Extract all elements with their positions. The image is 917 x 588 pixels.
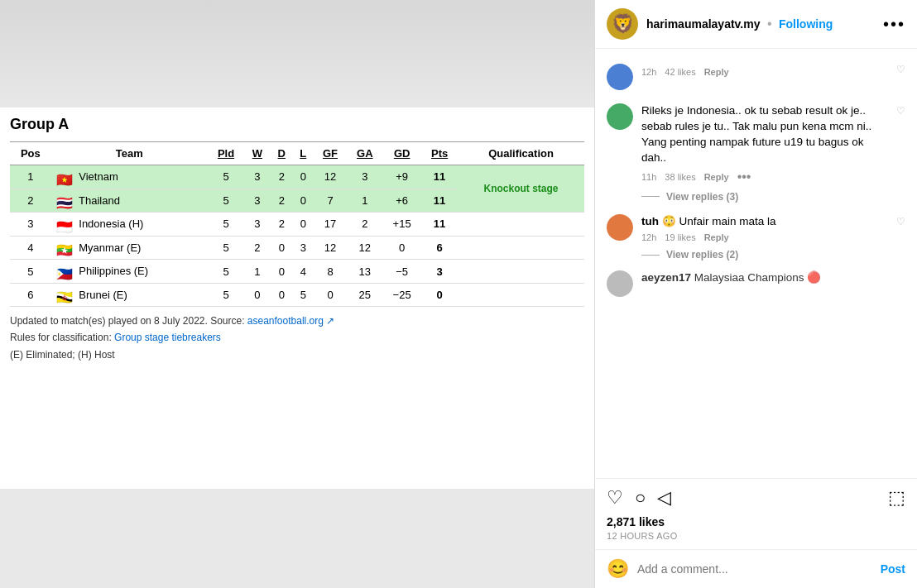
flag-icon: 🇵🇭 (56, 266, 73, 278)
add-comment-bar: 😊 Post (595, 549, 917, 588)
cell-qualification (458, 260, 584, 284)
share-icon[interactable]: ◁ (657, 487, 671, 509)
comment-icon[interactable]: ○ (635, 487, 646, 509)
comment-avatar (607, 103, 633, 130)
group-title: Group A (10, 116, 584, 133)
table-row: 1 🇻🇳 Vietnam 5 3 2 0 12 3 +9 11 Knockout… (10, 165, 584, 189)
classification-link[interactable]: Group stage tiebreakers (114, 332, 221, 343)
comment-meta: 11h 38 likes Reply ••• (641, 170, 888, 184)
reply-button[interactable]: Reply (704, 172, 729, 182)
comment-block: Rileks je Indonesia.. ok tu sebab result… (595, 97, 917, 191)
profile-avatar[interactable]: 🦁 (607, 8, 638, 40)
cell-d: 2 (271, 213, 293, 237)
cell-ga: 1 (347, 189, 382, 213)
team-suffix: (E) (113, 289, 127, 301)
cell-w: 3 (244, 189, 271, 213)
cell-ga: 3 (347, 165, 382, 189)
cell-d: 0 (271, 236, 293, 260)
view-replies-line (641, 255, 660, 256)
likes-count: 2,871 likes (607, 515, 905, 528)
table-container: Group A Pos Team Pld W D L GF GA GD Pts … (0, 108, 594, 489)
team-name-text: Thailand (79, 194, 120, 207)
following-button[interactable]: Following (779, 17, 833, 31)
header-user-info: harimaumalayatv.my • Following (646, 17, 833, 31)
cell-gf: 0 (314, 283, 348, 307)
action-bar: ♡ ○ ◁ ⬚ (607, 487, 905, 509)
comment-input[interactable] (637, 562, 872, 576)
view-replies-button[interactable]: View replies (2) (666, 249, 738, 261)
flag-icon: 🇹🇭 (56, 195, 73, 207)
cell-gd: +15 (382, 213, 421, 237)
cell-pld: 5 (208, 260, 244, 284)
cell-team: 🇻🇳 Vietnam (51, 165, 208, 189)
cell-gd: +9 (382, 165, 421, 189)
flag-icon: 🇧🇳 (56, 289, 73, 301)
reply-button[interactable]: Reply (704, 232, 729, 242)
flag-icon: 🇲🇲 (56, 242, 73, 254)
cell-pos: 2 (10, 189, 51, 213)
comment-heart-icon[interactable]: ♡ (896, 216, 905, 227)
standings-table: Pos Team Pld W D L GF GA GD Pts Qualific… (10, 141, 584, 307)
view-replies-button[interactable]: View replies (3) (666, 191, 738, 203)
cell-gf: 7 (314, 189, 348, 213)
comment-content: 12h 42 likes Reply (641, 64, 888, 77)
cell-pos: 3 (10, 213, 51, 237)
comment-likes: 19 likes (665, 232, 695, 242)
cell-team: 🇹🇭 Thailand (51, 189, 208, 213)
team-name-text: Myanmar (79, 241, 123, 254)
cell-w: 3 (244, 213, 271, 237)
cell-pts: 0 (421, 283, 458, 307)
comments-area[interactable]: 12h 42 likes Reply ♡ Rileks je Indonesia… (595, 49, 917, 478)
more-options-icon[interactable]: ••• (737, 170, 751, 184)
cell-ga: 2 (347, 213, 382, 237)
cell-pos: 1 (10, 165, 51, 189)
comment-content: Rileks je Indonesia.. ok tu sebab result… (641, 103, 888, 184)
comment-text: tuh 😳 Unfair main mata la (641, 214, 888, 230)
comment-time: 12h (641, 67, 656, 77)
view-replies-line (641, 196, 660, 197)
partial-comment-text: aeyzen17 Malaysiaa Champions 🔴 (641, 270, 821, 284)
comment-heart-icon[interactable]: ♡ (896, 64, 905, 75)
commenter-username[interactable]: tuh 😳 (641, 215, 676, 227)
col-w: W (244, 142, 271, 165)
team-suffix: (E) (134, 265, 148, 277)
like-icon[interactable]: ♡ (607, 487, 623, 509)
bookmark-icon[interactable]: ⬚ (888, 487, 905, 509)
time-ago: 12 HOURS AGO (607, 531, 905, 541)
view-replies-row: View replies (2) (641, 249, 905, 261)
cell-pld: 5 (208, 283, 244, 307)
table-row: 3 🇮🇩 Indonesia (H) 5 3 2 0 17 2 +15 11 (10, 213, 584, 237)
post-comment-button[interactable]: Post (881, 562, 905, 576)
footer-note: Updated to match(es) played on 8 July 20… (10, 313, 584, 345)
left-panel: Group A Pos Team Pld W D L GF GA GD Pts … (0, 0, 594, 588)
table-row: 5 🇵🇭 Philippines (E) 5 1 0 4 8 13 −5 3 (10, 260, 584, 284)
cell-qualification (458, 283, 584, 307)
col-d: D (271, 142, 293, 165)
cell-ga: 13 (347, 260, 382, 284)
avatar-icon: 🦁 (612, 13, 634, 35)
col-team: Team (51, 142, 208, 165)
more-options-button[interactable]: ••• (883, 15, 905, 34)
cell-pts: 3 (421, 260, 458, 284)
cell-pts: 11 (421, 189, 458, 213)
col-gd: GD (382, 142, 421, 165)
cell-pts: 6 (421, 236, 458, 260)
commenter-username[interactable]: aeyzen17 (641, 271, 691, 284)
col-pts: Pts (421, 142, 458, 165)
cell-gf: 12 (314, 236, 348, 260)
source-link[interactable]: aseanfootball.org ↗ (247, 315, 334, 327)
reply-button[interactable]: Reply (704, 67, 729, 77)
username-label[interactable]: harimaumalayatv.my (646, 17, 760, 31)
comment-text: Rileks je Indonesia.. ok tu sebab result… (641, 103, 888, 166)
cell-l: 0 (293, 165, 314, 189)
cell-gd: +6 (382, 189, 421, 213)
comment-block: tuh 😳 Unfair main mata la 12h 19 likes R… (595, 208, 917, 250)
emoji-picker-icon[interactable]: 😊 (607, 558, 629, 580)
cell-pts: 11 (421, 165, 458, 189)
cell-pos: 4 (10, 236, 51, 260)
post-header: 🦁 harimaumalayatv.my • Following ••• (595, 0, 917, 49)
comment-heart-icon[interactable]: ♡ (896, 105, 905, 117)
partial-comment-row: aeyzen17 Malaysiaa Champions 🔴 (595, 265, 917, 302)
cell-w: 0 (244, 283, 271, 307)
team-suffix: (E) (127, 241, 141, 254)
